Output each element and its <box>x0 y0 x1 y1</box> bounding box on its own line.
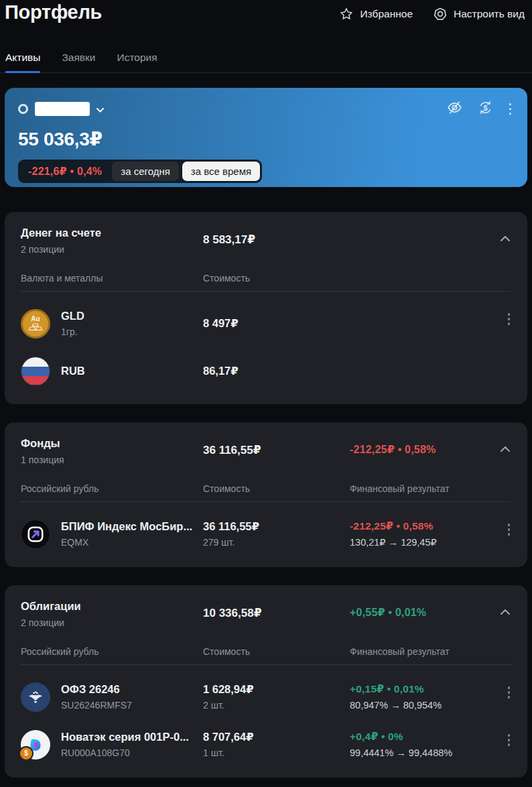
collapse-chevron-up-icon[interactable] <box>499 441 511 456</box>
account-name-redacted <box>35 102 90 116</box>
page-title: Портфель <box>5 1 102 23</box>
asset-value: 86,17₽ <box>203 365 350 377</box>
asset-isin: RU000A108G70 <box>61 747 203 758</box>
section-positions-count: 2 позиции <box>21 617 203 628</box>
eqmx-fund-icon <box>21 520 50 549</box>
customize-view-label: Настроить вид <box>454 8 525 20</box>
section-cash-header[interactable]: Денег на счете 2 позиции 8 583,17₽ <box>21 227 511 255</box>
asset-value: 8 707,64₽ <box>203 731 350 743</box>
hide-balance-eye-off-icon[interactable] <box>446 99 463 119</box>
minfin-eagle-icon <box>21 682 50 712</box>
chevron-down-icon <box>96 103 104 115</box>
tab-history-label: История <box>117 52 157 63</box>
asset-name: RUB <box>61 365 203 377</box>
asset-price-change: 99,4441% → 99,4488% <box>350 747 495 758</box>
star-icon <box>339 7 354 21</box>
asset-ticker: EQMX <box>61 537 203 548</box>
settings-nut-icon <box>433 7 448 21</box>
portfolio-page: Портфель Избранное Настроить вид Активы … <box>0 0 532 785</box>
row-menu-kebab-icon[interactable] <box>507 733 512 747</box>
asset-row-ofz[interactable]: ОФЗ 26246 SU26246RMFS7 1 628,94₽ 2 шт. +… <box>21 681 511 713</box>
tab-orders[interactable]: Заявки <box>62 52 95 72</box>
gold-gld-icon: Au <box>21 309 50 339</box>
col-asset-label: Российский рубль <box>21 483 203 494</box>
customize-view-button[interactable]: Настроить вид <box>433 7 525 21</box>
section-title: Облигации <box>21 600 203 613</box>
column-divider <box>21 291 511 292</box>
tab-assets-label: Активы <box>5 52 40 63</box>
period-today-button[interactable]: за сегодня <box>112 162 179 181</box>
asset-row-gld[interactable]: Au GLD 1гр. 8 497₽ <box>21 308 511 339</box>
tab-orders-label: Заявки <box>62 52 95 63</box>
section-bonds: Облигации 2 позиции 10 336,58₽ +0,55₽ • … <box>5 585 527 778</box>
header-actions: Избранное Настроить вид <box>339 7 525 21</box>
asset-change: -212,25₽ • 0,58% <box>350 520 495 532</box>
svg-text:$: $ <box>483 104 487 112</box>
asset-value: 8 497₽ <box>203 317 350 330</box>
col-value-label: Стоимость <box>203 273 350 284</box>
asset-sub: 1гр. <box>61 326 203 337</box>
row-menu-kebab-icon[interactable] <box>507 312 512 326</box>
rub-flag-icon <box>21 357 50 386</box>
portfolio-change-value: -221,6₽ • 0,4% <box>20 165 112 178</box>
column-divider <box>21 664 511 665</box>
section-total: 36 116,55₽ <box>203 443 350 457</box>
row-menu-kebab-icon[interactable] <box>507 685 512 700</box>
tab-history[interactable]: История <box>117 52 157 72</box>
section-title: Фонды <box>21 437 203 450</box>
asset-change: +0,15₽ • 0,01% <box>350 683 495 695</box>
section-total: 8 583,17₽ <box>203 233 350 247</box>
account-logo-ring-icon <box>18 104 28 114</box>
summary-menu-kebab-icon[interactable] <box>508 102 513 117</box>
section-change: +0,55₽ • 0,01% <box>350 606 495 619</box>
asset-name: Новатэк серия 001Р-0... <box>61 731 203 743</box>
bottom-spacer <box>5 778 527 785</box>
collapse-chevron-up-icon[interactable] <box>499 604 511 619</box>
section-funds: Фонды 1 позиция 36 116,55₽ -212,25₽ • 0,… <box>5 422 527 567</box>
section-change: -212,25₽ • 0,58% <box>350 443 495 456</box>
currency-badge-dollar-icon: $ <box>19 746 34 761</box>
asset-name: БПИФ Индекс МосБир... <box>61 520 203 533</box>
col-result-label: Финансовый результат <box>350 646 495 657</box>
asset-value: 36 116,55₽ <box>203 520 350 533</box>
active-tab-underline <box>5 71 40 74</box>
asset-value: 1 628,94₽ <box>203 683 350 696</box>
tabs-divider <box>0 72 532 73</box>
section-funds-columns: Российский рубль Стоимость Финансовый ре… <box>21 483 511 494</box>
tab-assets[interactable]: Активы <box>5 52 40 72</box>
col-result-label: Финансовый результат <box>350 483 495 494</box>
asset-price-change: 80,947% → 80,954% <box>350 700 495 711</box>
asset-quantity: 1 шт. <box>203 747 350 758</box>
portfolio-total-value: 55 036,3₽ <box>18 128 515 150</box>
favorites-label: Избранное <box>360 8 413 20</box>
column-divider <box>21 501 511 502</box>
asset-quantity: 2 шт. <box>203 700 350 711</box>
section-funds-header[interactable]: Фонды 1 позиция 36 116,55₽ -212,25₽ • 0,… <box>21 437 511 465</box>
asset-price-change: 130,21₽ → 129,45₽ <box>350 537 495 548</box>
section-bonds-header[interactable]: Облигации 2 позиции 10 336,58₽ +0,55₽ • … <box>21 600 511 628</box>
col-value-label: Стоимость <box>203 483 350 494</box>
asset-isin: SU26246RMFS7 <box>61 700 203 711</box>
asset-row-rub[interactable]: RUB 86,17₽ <box>21 355 511 387</box>
asset-name: ОФЗ 26246 <box>61 683 203 696</box>
asset-quantity: 279 шт. <box>203 537 350 548</box>
section-cash: Денег на счете 2 позиции 8 583,17₽ Валют… <box>5 212 527 404</box>
account-selector[interactable] <box>18 102 104 116</box>
portfolio-tabs: Активы Заявки История <box>5 52 527 72</box>
collapse-chevron-up-icon[interactable] <box>499 231 511 245</box>
favorites-button[interactable]: Избранное <box>339 7 413 21</box>
currency-switch-icon[interactable]: $ <box>477 99 494 119</box>
section-positions-count: 2 позиции <box>21 244 203 255</box>
row-menu-kebab-icon[interactable] <box>507 522 512 537</box>
section-cash-columns: Валюта и металлы Стоимость <box>21 273 511 284</box>
section-positions-count: 1 позиция <box>21 455 203 465</box>
section-bonds-columns: Российский рубль Стоимость Финансовый ре… <box>21 646 511 657</box>
section-total: 10 336,58₽ <box>203 606 350 620</box>
asset-row-novatek[interactable]: $ Новатэк серия 001Р-0... RU000A108G70 8… <box>21 729 511 760</box>
page-header: Портфель Избранное Настроить вид <box>5 0 527 23</box>
asset-change: +0,4₽ • 0% <box>350 731 495 743</box>
col-value-label: Стоимость <box>203 646 350 657</box>
period-all-time-button[interactable]: за все время <box>182 162 260 181</box>
asset-row-eqmx[interactable]: БПИФ Индекс МосБир... EQMX 36 116,55₽ 27… <box>21 518 511 550</box>
period-toggle-group: -221,6₽ • 0,4% за сегодня за все время <box>18 160 262 183</box>
